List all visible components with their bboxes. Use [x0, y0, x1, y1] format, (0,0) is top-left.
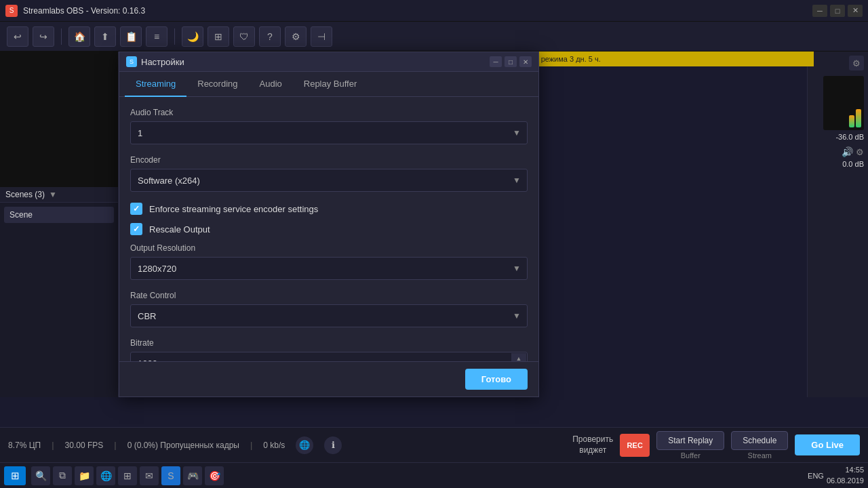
dialog-tabs: Streaming Recording Audio Replay Buffer — [119, 72, 538, 97]
network-icon[interactable]: 🌐 — [296, 436, 313, 454]
bitrate-group: Bitrate ▲ ▼ — [130, 338, 528, 361]
frames-status: 0 (0.0%) Пропущенных кадры — [127, 441, 239, 450]
bitrate-label: Bitrate — [130, 338, 528, 348]
encoder-wrapper: Software (x264) Hardware (NVENC) ▼ — [130, 169, 528, 192]
bitrate-wrapper: ▲ ▼ — [130, 352, 528, 361]
sep2: | — [114, 440, 116, 450]
rescale-row: Rescale Output — [130, 223, 528, 235]
encoder-label: Encoder — [130, 155, 528, 165]
toolbar-panels[interactable]: ⊞ — [208, 26, 229, 47]
title-bar-left: S Streamlabs OBS - Version: 0.16.3 — [5, 5, 145, 17]
bitrate-input[interactable] — [130, 352, 528, 361]
rate-control-group: Rate Control CBR VBR ABR ▼ — [130, 291, 528, 327]
schedule-action: Schedule Stream — [731, 431, 788, 460]
taskbar-mail[interactable]: ✉ — [140, 466, 159, 485]
title-bar-controls: ─ □ ✕ — [812, 5, 863, 17]
widget-button[interactable]: Проверить виджет — [572, 434, 613, 455]
toolbar-undo[interactable]: ↩ — [7, 26, 28, 47]
taskbar: ⊞ 🔍 ⧉ 📁 🌐 ⊞ ✉ S 🎮 🎯 ENG 14:55 06.08.2019 — [0, 462, 868, 488]
audio-track-select[interactable]: 1 2 3 — [130, 121, 528, 144]
sep3: | — [250, 440, 252, 450]
rate-control-label: Rate Control — [130, 291, 528, 300]
enforce-checkbox[interactable] — [130, 203, 142, 215]
taskbar-files[interactable]: 📁 — [75, 466, 94, 485]
done-button[interactable]: Готово — [465, 369, 528, 390]
toolbar-upload[interactable]: ⬆ — [94, 26, 116, 47]
tab-replay[interactable]: Replay Buffer — [293, 72, 368, 97]
dialog-maximize[interactable]: □ — [505, 56, 517, 67]
tab-streaming[interactable]: Streaming — [125, 72, 186, 97]
fps-status: 30.00 FPS — [65, 441, 104, 450]
taskbar-game2[interactable]: 🎯 — [205, 466, 224, 485]
taskbar-streamlabs[interactable]: S — [161, 466, 180, 485]
audio-settings-icon[interactable]: ⚙ — [849, 56, 864, 70]
rescale-checkbox[interactable] — [130, 223, 142, 235]
widget-label-2: виджет — [572, 445, 613, 456]
rescale-label: Rescale Output — [149, 224, 210, 235]
status-bar: 8.7% ЦП | 30.00 FPS | 0 (0.0%) Пропущенн… — [0, 427, 868, 462]
scenes-list: Scene — [0, 203, 118, 227]
toolbar-theme[interactable]: 🌙 — [182, 26, 203, 47]
taskbar-store[interactable]: ⊞ — [118, 466, 137, 485]
toolbar-layout[interactable]: ⊣ — [311, 26, 332, 47]
main-preview-area: Scenes (3) ▼ Scene — [0, 52, 119, 397]
tab-audio[interactable]: Audio — [249, 72, 293, 97]
resolution-label: Output Resolution — [130, 243, 528, 253]
schedule-sub-label: Stream — [748, 451, 772, 460]
dialog-content: Audio Track 1 2 3 ▼ Encoder Software (x2… — [119, 97, 538, 361]
toolbar-settings[interactable]: ⚙ — [285, 26, 307, 47]
sep1: | — [52, 440, 54, 450]
dialog-close[interactable]: ✕ — [519, 56, 532, 67]
dialog-title-area: S Настройки — [126, 56, 184, 67]
toolbar-home[interactable]: 🏠 — [68, 26, 90, 47]
volume-meter — [823, 76, 864, 130]
bitrate-up[interactable]: ▲ — [511, 353, 526, 361]
dialog-title-text: Настройки — [141, 57, 184, 67]
start-replay-button[interactable]: Start Replay — [656, 431, 724, 450]
rate-control-select[interactable]: CBR VBR ABR — [130, 304, 528, 327]
bandwidth-status: 0 kb/s — [263, 441, 285, 450]
mute-icon[interactable]: 🔊 — [842, 146, 853, 157]
taskbar-task-view[interactable]: ⧉ — [53, 466, 72, 485]
resolution-select[interactable]: 868x488 1920x1080 — [130, 257, 528, 280]
replay-sub-label: Buffer — [681, 451, 701, 460]
dialog-footer: Готово — [119, 361, 538, 396]
taskbar-game1[interactable]: 🎮 — [183, 466, 202, 485]
dialog-titlebar: S Настройки ─ □ ✕ — [119, 52, 538, 72]
info-icon[interactable]: ℹ — [324, 436, 342, 454]
taskbar-search[interactable]: 🔍 — [31, 466, 50, 485]
toolbar-menu[interactable]: ≡ — [146, 26, 167, 47]
lang-indicator: ENG — [808, 472, 824, 480]
start-button[interactable]: ⊞ — [4, 466, 26, 485]
app-title: Streamlabs OBS - Version: 0.16.3 — [23, 6, 145, 16]
minimize-button[interactable]: ─ — [812, 5, 827, 17]
bottom-buttons: Проверить виджет REC Start Replay Buffer… — [572, 431, 860, 460]
toolbar-sep1 — [61, 28, 62, 45]
dialog-minimize[interactable]: ─ — [490, 56, 502, 67]
taskbar-browser[interactable]: 🌐 — [96, 466, 115, 485]
rec-button[interactable]: REC — [620, 434, 650, 457]
go-live-button[interactable]: Go Live — [795, 434, 860, 455]
volume-controls: 🔊 ⚙ — [842, 146, 864, 157]
scene-item[interactable]: Scene — [4, 207, 114, 223]
encoder-select[interactable]: Software (x264) Hardware (NVENC) — [130, 169, 528, 192]
encoder-group: Encoder Software (x264) Hardware (NVENC)… — [130, 155, 528, 192]
close-button[interactable]: ✕ — [848, 5, 863, 17]
schedule-button[interactable]: Schedule — [731, 431, 788, 450]
app-icon: S — [5, 5, 18, 17]
toolbar-help[interactable]: ? — [259, 26, 281, 47]
db-value-1: -36.0 dB — [835, 133, 864, 141]
rate-control-wrapper: CBR VBR ABR ▼ — [130, 304, 528, 327]
meter-bar-2 — [856, 109, 861, 127]
tab-recording[interactable]: Recording — [186, 72, 248, 97]
toolbar-shield[interactable]: 🛡 — [233, 26, 255, 47]
maximize-button[interactable]: □ — [830, 5, 845, 17]
audio-track-wrapper: 1 2 3 ▼ — [130, 121, 528, 144]
toolbar: ↩ ↪ 🏠 ⬆ 📋 ≡ 🌙 ⊞ 🛡 ? ⚙ ⊣ — [0, 22, 868, 52]
toolbar-redo[interactable]: ↪ — [33, 26, 54, 47]
scenes-chevron[interactable]: ▼ — [49, 190, 57, 199]
audio-track-label: Audio Track — [130, 108, 528, 117]
audio-gear-icon[interactable]: ⚙ — [856, 147, 864, 157]
toolbar-clips[interactable]: 📋 — [120, 26, 142, 47]
cpu-status: 8.7% ЦП — [8, 441, 41, 450]
